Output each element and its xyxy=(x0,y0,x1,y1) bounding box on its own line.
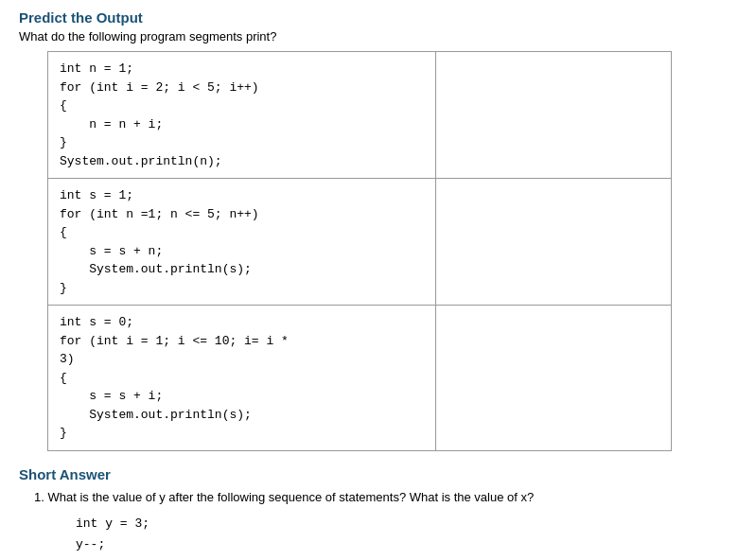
predict-table: int n = 1; for (int i = 2; i < 5; i++) {… xyxy=(47,51,672,451)
code-cell-1: int s = 1; for (int n =1; n <= 5; n++) {… xyxy=(48,179,436,306)
answer-cell-2 xyxy=(436,306,672,451)
short-code: int y = 3; y--; int x = y++; xyxy=(76,514,719,561)
table-row: int s = 1; for (int n =1; n <= 5; n++) {… xyxy=(48,179,672,306)
question-text: 1. What is the value of y after the foll… xyxy=(34,490,719,504)
predict-section: Predict the Output What do the following… xyxy=(19,9,719,451)
code-cell-2: int s = 0; for (int i = 1; i <= 10; i= i… xyxy=(48,306,436,451)
code-cell-0: int n = 1; for (int i = 2; i < 5; i++) {… xyxy=(48,52,436,179)
answer-cell-1 xyxy=(436,179,672,306)
short-answer-title: Short Answer xyxy=(19,466,719,482)
answer-cell-0 xyxy=(436,52,672,179)
question-item: 1. What is the value of y after the foll… xyxy=(19,490,719,561)
short-answer-section: Short Answer 1. What is the value of y a… xyxy=(19,466,719,561)
predict-title: Predict the Output xyxy=(19,9,719,26)
table-row: int s = 0; for (int i = 1; i <= 10; i= i… xyxy=(48,306,672,451)
table-row: int n = 1; for (int i = 2; i < 5; i++) {… xyxy=(48,52,672,179)
predict-subtitle: What do the following program segments p… xyxy=(19,29,719,44)
